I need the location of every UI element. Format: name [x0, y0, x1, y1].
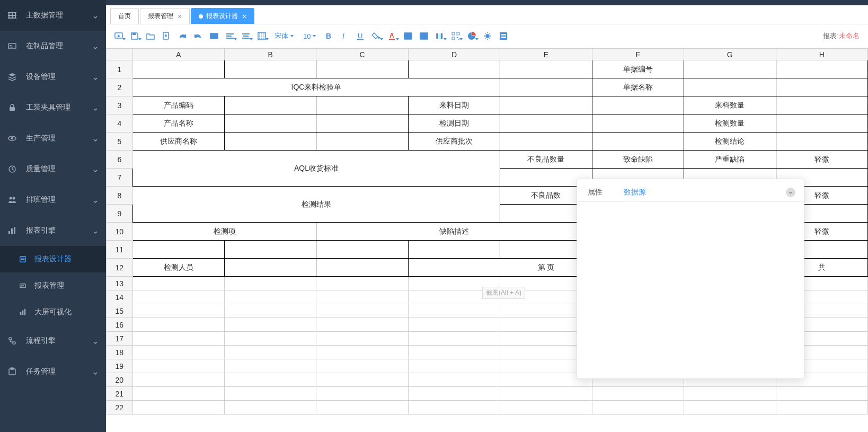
col-head-F[interactable]: F: [592, 49, 684, 60]
cell-5A[interactable]: 供应商名称: [132, 133, 224, 151]
cell-2A[interactable]: IQC来料检验单: [132, 78, 500, 96]
merge-button[interactable]: [207, 29, 222, 43]
row-head-3[interactable]: 3: [107, 96, 133, 114]
cell-5B[interactable]: [225, 133, 316, 151]
cell-4H[interactable]: [776, 114, 867, 133]
row-head-4[interactable]: 4: [107, 114, 133, 133]
cell-13D[interactable]: [408, 277, 500, 290]
cell-3A[interactable]: 产品编码: [132, 96, 224, 114]
row-head-14[interactable]: 14: [107, 290, 133, 304]
col-head-B[interactable]: B: [225, 49, 316, 60]
row-head-13[interactable]: 13: [107, 277, 133, 290]
cell-22A[interactable]: [132, 401, 224, 415]
cell-22H[interactable]: [776, 401, 867, 415]
sidebar-item-任务管理[interactable]: 任务管理: [0, 356, 106, 387]
cell-5G[interactable]: 检测结论: [684, 133, 776, 151]
cell-4B[interactable]: [225, 114, 316, 133]
cell-12A[interactable]: 检测人员: [132, 259, 224, 277]
cell-21C[interactable]: [316, 387, 408, 401]
cell-21E[interactable]: [500, 387, 592, 401]
cell-13A[interactable]: [132, 277, 224, 290]
cell-2E[interactable]: [500, 78, 592, 96]
collapse-icon[interactable]: [786, 188, 795, 197]
italic-button[interactable]: I: [337, 29, 352, 43]
cell-19D[interactable]: [408, 359, 500, 373]
import-button[interactable]: [159, 29, 174, 43]
sidebar-item-生产管理[interactable]: 生产管理: [0, 123, 106, 154]
cell-2H[interactable]: [776, 78, 867, 96]
cell-12C[interactable]: [316, 259, 408, 277]
save-button[interactable]: [127, 29, 142, 43]
col-head-G[interactable]: G: [684, 49, 776, 60]
list-button[interactable]: [496, 29, 511, 43]
cell-14C[interactable]: [316, 290, 408, 304]
cell-1F[interactable]: 单据编号: [592, 60, 684, 78]
sidebar-item-排班管理[interactable]: 排班管理: [0, 184, 106, 215]
cell-15C[interactable]: [316, 304, 408, 318]
cell-3H[interactable]: [776, 96, 867, 114]
row-head-15[interactable]: 15: [107, 304, 133, 318]
row-head-2[interactable]: 2: [107, 78, 133, 96]
sidebar-sub-报表设计器[interactable]: 报表设计器: [0, 246, 106, 272]
image-button[interactable]: [417, 29, 431, 43]
cell-22G[interactable]: [684, 401, 776, 415]
cell-1G[interactable]: [684, 60, 776, 78]
tab-报表设计器[interactable]: 报表设计器×: [191, 8, 254, 24]
cell-17A[interactable]: [132, 332, 224, 346]
cell-5E[interactable]: [500, 133, 592, 151]
cell-1E[interactable]: [500, 60, 592, 78]
cell-19C[interactable]: [316, 359, 408, 373]
cell-18B[interactable]: [225, 346, 316, 359]
cell-18D[interactable]: [408, 346, 500, 359]
cell-4F[interactable]: [592, 114, 684, 133]
cell-4A[interactable]: 产品名称: [132, 114, 224, 133]
cell-1B[interactable]: [225, 60, 316, 78]
row-head-5[interactable]: 5: [107, 133, 133, 151]
font-select[interactable]: 宋体: [270, 29, 298, 43]
cell-13C[interactable]: [316, 277, 408, 290]
cell-14B[interactable]: [225, 290, 316, 304]
cell-11C[interactable]: [316, 241, 408, 259]
cell-3F[interactable]: [592, 96, 684, 114]
qrcode-button[interactable]: [448, 29, 463, 43]
row-head-6[interactable]: 6: [107, 151, 133, 169]
cell-3G[interactable]: 来料数量: [684, 96, 776, 114]
preview-button[interactable]: [111, 29, 126, 43]
cell-11D[interactable]: [408, 241, 500, 259]
sidebar-item-工装夹具管理[interactable]: 工装夹具管理: [0, 92, 106, 123]
cell-3C[interactable]: [316, 96, 408, 114]
cell-5F[interactable]: [592, 133, 684, 151]
cell-10C[interactable]: 缺陷描述: [316, 223, 592, 241]
sidebar-sub-报表管理[interactable]: 报表管理: [0, 272, 106, 299]
spreadsheet-area[interactable]: ABCDEFGH1单据编号2IQC来料检验单单据名称3产品编码来料日期来料数量4…: [106, 48, 868, 432]
settings-button[interactable]: [480, 29, 495, 43]
sidebar-item-主数据管理[interactable]: 主数据管理: [0, 0, 106, 31]
cell-3B[interactable]: [225, 96, 316, 114]
cell-16A[interactable]: [132, 318, 224, 332]
row-head-8[interactable]: 8: [107, 187, 133, 205]
cell-5H[interactable]: [776, 133, 867, 151]
cell-3E[interactable]: [500, 96, 592, 114]
align-button[interactable]: [223, 29, 237, 43]
row-head-11[interactable]: 11: [107, 241, 133, 259]
cell-18C[interactable]: [316, 346, 408, 359]
cell-12B[interactable]: [225, 259, 316, 277]
cell-8A[interactable]: 检测结果: [132, 187, 500, 223]
open-button[interactable]: [143, 29, 158, 43]
cell-2F[interactable]: 单据名称: [592, 78, 684, 96]
fontcolor-button[interactable]: A: [385, 29, 400, 43]
cell-17D[interactable]: [408, 332, 500, 346]
cell-4G[interactable]: 检测数量: [684, 114, 776, 133]
cell-6A[interactable]: AQL收货标准: [132, 151, 500, 187]
cell-21H[interactable]: [776, 387, 867, 401]
row-head-18[interactable]: 18: [107, 346, 133, 359]
cell-15D[interactable]: [408, 304, 500, 318]
cell-20C[interactable]: [316, 373, 408, 387]
cell-14D[interactable]: [408, 290, 500, 304]
row-head-12[interactable]: 12: [107, 259, 133, 277]
cell-16C[interactable]: [316, 318, 408, 332]
panel-tab-数据源[interactable]: 数据源: [622, 183, 648, 201]
row-head-7[interactable]: 7: [107, 169, 133, 187]
cell-5C[interactable]: [316, 133, 408, 151]
undo-button[interactable]: [191, 29, 206, 43]
